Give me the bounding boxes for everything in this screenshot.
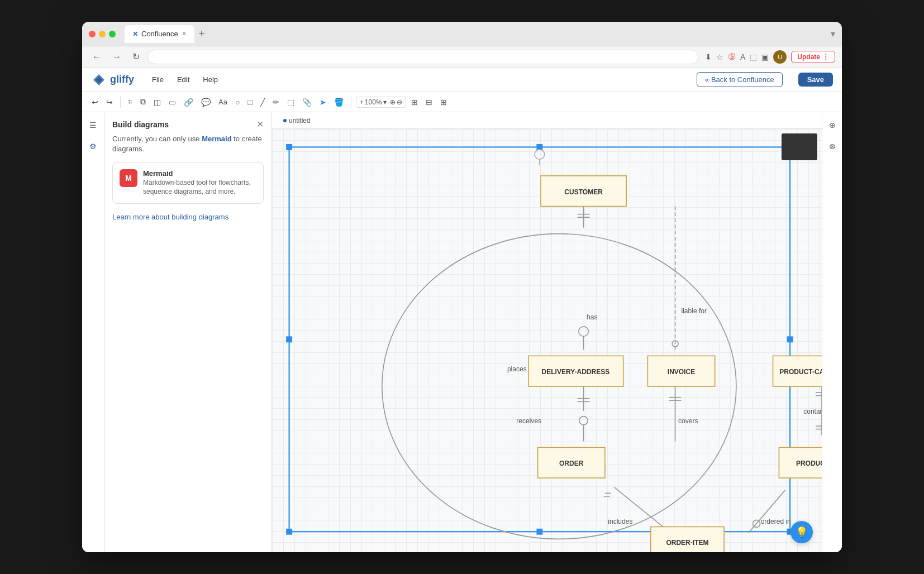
tab-close-icon[interactable]: ✕	[182, 30, 187, 37]
comment-button[interactable]: 💬	[198, 96, 213, 108]
redo-button[interactable]: ↪	[103, 96, 116, 108]
learn-more-link[interactable]: Learn more about building diagrams	[112, 213, 228, 221]
panel-title: Build diagrams	[112, 120, 169, 129]
crop-button[interactable]: ⌗	[125, 95, 135, 108]
svg-point-22	[579, 327, 588, 336]
right-panel-button-1[interactable]: ⊕	[824, 117, 841, 133]
align-button[interactable]: ⊟	[423, 96, 435, 108]
toolbar-divider-1	[120, 97, 121, 108]
main-area: ☰ ⚙ Build diagrams ✕ Currently, you can …	[82, 112, 842, 552]
svg-text:contains: contains	[803, 408, 822, 415]
app-container: gliffy File Edit Help « Back to Confluen…	[82, 68, 842, 552]
svg-text:includes: includes	[608, 518, 632, 525]
browser-titlebar: ✕ Confluence ✕ + ▾	[82, 22, 842, 46]
translate-icon[interactable]: A	[740, 52, 745, 61]
panel-close-button[interactable]: ✕	[256, 119, 264, 130]
maximize-traffic-light[interactable]	[109, 31, 116, 37]
shapes-panel-button[interactable]: ☰	[85, 117, 102, 133]
fill-button[interactable]: 🪣	[331, 96, 346, 108]
back-arrow-icon: «	[705, 75, 709, 84]
gliffy-logo: gliffy	[91, 72, 134, 88]
line-button[interactable]: ╱	[258, 96, 268, 108]
gliffy-logo-text: gliffy	[110, 74, 134, 85]
canvas-tab[interactable]: untitled	[279, 114, 315, 127]
minimize-traffic-light[interactable]	[99, 31, 106, 37]
shape-button[interactable]: ▭	[166, 96, 179, 108]
hint-button[interactable]: 💡	[790, 521, 813, 543]
svg-rect-9	[536, 529, 542, 535]
toolbar-divider-2	[351, 97, 351, 108]
pen-button[interactable]: ✏	[270, 96, 282, 108]
undo-button[interactable]: ↩	[89, 96, 101, 108]
back-to-confluence-button[interactable]: « Back to Confluence	[697, 72, 783, 87]
mermaid-card[interactable]: M Mermaid Markdown-based tool for flowch…	[112, 162, 264, 203]
frame-button[interactable]: ⬚	[284, 96, 297, 108]
sidebar-icon[interactable]: ▣	[761, 52, 769, 61]
menu-help[interactable]: Help	[196, 72, 225, 87]
grid-snap-button[interactable]: ⊞	[408, 96, 421, 108]
browser-toolbar-icons: ⬇ ☆ ⑤ A ⬚ ▣ U Update ⋮	[705, 50, 835, 64]
svg-rect-7	[787, 336, 793, 342]
zoom-control[interactable]: + 100% ▾ ⊕ ⊖	[356, 97, 406, 108]
tab-bar: ✕ Confluence ✕ +	[125, 25, 826, 43]
window-controls: ▾	[831, 28, 835, 39]
arrow-button[interactable]: ➤	[317, 96, 329, 108]
right-rail: ⊕ ⊗	[822, 112, 842, 552]
app-menu: File Edit Help	[145, 72, 225, 87]
download-icon[interactable]: ⬇	[705, 52, 712, 61]
canvas[interactable]: liable for has receives	[272, 129, 822, 552]
right-panel-button-2[interactable]: ⊗	[824, 138, 841, 155]
text-button[interactable]: Aa	[216, 96, 230, 108]
update-button[interactable]: Update ⋮	[791, 51, 835, 63]
icon-rail: ☰ ⚙	[82, 112, 104, 552]
canvas-tab-bar: untitled	[272, 112, 822, 129]
help-circle-icon[interactable]: ⑤	[728, 51, 736, 62]
circle-button[interactable]: ○	[232, 96, 242, 108]
diagram-thumbnail	[782, 133, 817, 160]
svg-text:has: has	[587, 313, 597, 321]
canvas-tab-label: untitled	[289, 117, 311, 125]
svg-rect-3	[286, 144, 292, 150]
reload-nav-button[interactable]: ↻	[129, 50, 143, 63]
build-panel-button[interactable]: ⚙	[85, 138, 102, 155]
panel-description: Currently, you can only use Mermaid to c…	[112, 134, 264, 154]
forward-nav-button[interactable]: →	[109, 51, 125, 63]
menu-file[interactable]: File	[145, 72, 170, 87]
address-bar[interactable]	[147, 50, 698, 64]
svg-text:covers: covers	[678, 417, 698, 425]
mermaid-logo: M	[120, 169, 137, 187]
menu-edit[interactable]: Edit	[170, 72, 196, 87]
svg-text:places: places	[507, 365, 527, 373]
update-chevron-icon: ⋮	[822, 53, 829, 61]
svg-text:receives: receives	[516, 417, 541, 425]
diagram-svg: liable for has receives	[272, 129, 822, 552]
svg-text:CUSTOMER: CUSTOMER	[564, 188, 603, 196]
distribute-button[interactable]: ⊞	[437, 96, 450, 108]
svg-rect-6	[286, 336, 292, 342]
attach-button[interactable]: 📎	[299, 96, 315, 108]
mermaid-desc: Markdown-based tool for flowcharts, sequ…	[143, 179, 256, 196]
close-traffic-light[interactable]	[89, 31, 96, 37]
extension-icon[interactable]: ⬚	[750, 52, 757, 61]
bookmark-icon[interactable]: ☆	[716, 52, 723, 61]
svg-text:ordered in: ordered in	[761, 518, 791, 525]
tab-modified-dot	[283, 119, 287, 122]
panel-content: Currently, you can only use Mermaid to c…	[104, 134, 272, 229]
rect-button[interactable]: □	[245, 96, 255, 108]
back-nav-button[interactable]: ←	[89, 51, 104, 63]
svg-text:PRODUCT-CATEGORY: PRODUCT-CATEGORY	[779, 368, 822, 376]
svg-text:ORDER: ORDER	[559, 460, 584, 467]
traffic-lights	[89, 31, 116, 37]
confluence-favicon: ✕	[132, 30, 138, 38]
svg-point-27	[579, 417, 588, 425]
save-button[interactable]: Save	[798, 73, 833, 87]
user-avatar[interactable]: U	[773, 50, 787, 64]
link-button[interactable]: 🔗	[181, 96, 196, 108]
svg-rect-8	[286, 529, 292, 535]
layer-button[interactable]: ◫	[151, 96, 164, 108]
back-btn-label: Back to Confluence	[711, 75, 774, 84]
copy-button[interactable]: ⧉	[137, 95, 149, 108]
svg-text:PRODUCT: PRODUCT	[796, 460, 822, 467]
new-tab-button[interactable]: +	[199, 28, 205, 40]
confluence-tab[interactable]: ✕ Confluence ✕	[125, 25, 194, 43]
